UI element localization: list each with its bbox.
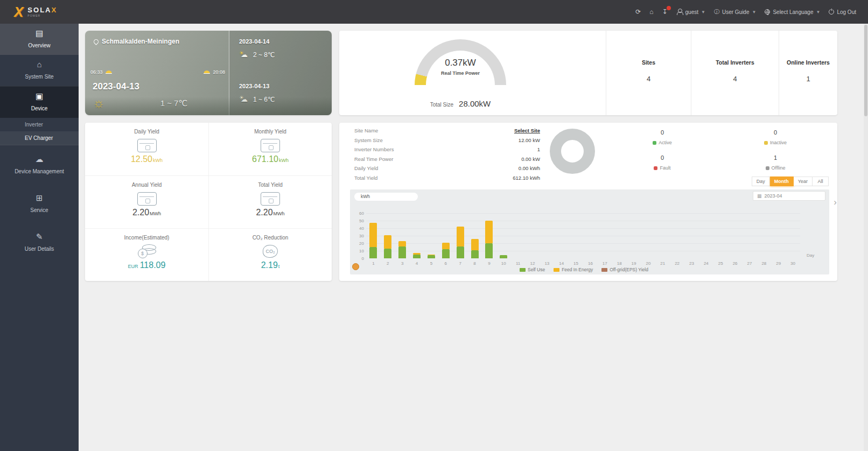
- sidebar-subitem-ev-charger[interactable]: EV Charger: [0, 131, 79, 145]
- bar-self-use: [384, 249, 391, 258]
- x-axis-tick: 29: [772, 261, 785, 266]
- gridline: [366, 236, 800, 236]
- forecast-day-1: 2023-04-14 ☀☁ 2 ~ 8℃: [239, 38, 325, 59]
- bar-self-use: [398, 246, 406, 258]
- sunset-icon: [204, 71, 210, 74]
- sidebar-item-label: System Site: [25, 74, 53, 80]
- tab-year[interactable]: Year: [794, 177, 813, 186]
- tab-day[interactable]: Day: [752, 177, 770, 186]
- x-axis-tick: 16: [584, 261, 597, 266]
- sun-times: 06:33 20:08: [90, 69, 225, 75]
- chart-unit-label: kWh: [354, 193, 418, 201]
- user-icon: [676, 9, 683, 15]
- x-axis-tick: 22: [671, 261, 684, 266]
- y-axis-tick: 40: [353, 226, 364, 231]
- chart-legend: Self UseFeed In EnergyOff-grid(EPS) Yiel…: [520, 267, 648, 272]
- site-info-value: 1: [537, 146, 540, 152]
- next-site-chevron[interactable]: ›: [834, 197, 837, 208]
- stat-total-inverters: Total Inverters4: [691, 31, 779, 115]
- bar-feed-in-energy: [442, 243, 450, 250]
- chevron-down-icon: ▼: [701, 10, 705, 15]
- yield-value: EUR118.09: [85, 260, 208, 270]
- site-info-row: Site NameSelect Site: [354, 128, 540, 137]
- realtime-power-card: 0.37kW Real Time Power Total Size28.00kW…: [339, 31, 837, 115]
- today-temp: 1 ~ 7℃: [144, 98, 204, 108]
- bar-feed-in-energy: [384, 235, 391, 249]
- status-count: 0: [630, 129, 695, 136]
- tab-month[interactable]: Month: [770, 177, 794, 186]
- sidebar-item-device[interactable]: ▣Device: [0, 86, 79, 118]
- user-guide-menu[interactable]: ⓘ User Guide ▼: [714, 8, 757, 16]
- sidebar-item-overview[interactable]: ▤Overview: [0, 24, 79, 55]
- select-site-link[interactable]: Select Site: [514, 128, 540, 133]
- sidebar-item-system-site[interactable]: ⌂System Site: [0, 55, 79, 86]
- x-axis-tick: 7: [454, 261, 467, 266]
- legend-feed-in-energy[interactable]: Feed In Energy: [554, 267, 593, 272]
- gridline: [366, 213, 800, 214]
- refresh-icon[interactable]: ⟳: [635, 8, 641, 16]
- x-axis-tick: 21: [656, 261, 669, 266]
- realtime-power-value: 0.37kW: [415, 58, 506, 68]
- x-axis-tick: 1: [367, 261, 380, 266]
- stat-value: 4: [606, 75, 691, 83]
- site-info-value: 0.00 kW: [521, 156, 540, 162]
- sidebar-item-device-management[interactable]: ☁Device Management: [0, 150, 79, 181]
- yield-chart-panel: kWh ▦2023-04 Self UseFeed In EnergyOff-g…: [350, 189, 829, 274]
- power-icon: [829, 9, 834, 15]
- system-site-icon: ⌂: [2, 60, 76, 69]
- status-fault: 0Fault: [630, 154, 695, 171]
- sidebar-item-service[interactable]: ⊞Service: [0, 188, 79, 220]
- yield-value: 2.20MWh: [85, 208, 208, 217]
- language-menu[interactable]: Select Language ▼: [765, 9, 820, 15]
- x-axis-tick: 2: [381, 261, 394, 266]
- x-axis-tick: 9: [482, 261, 495, 266]
- legend-off-grid-eps-yield[interactable]: Off-grid(EPS) Yield: [601, 267, 648, 272]
- status-offline: 1Offline: [743, 154, 808, 171]
- notification-badge: [667, 6, 671, 10]
- download-icon[interactable]: ↧: [662, 8, 667, 16]
- yield-label: Monthly Yield: [209, 129, 332, 135]
- sidebar-item-user-details[interactable]: ✎User Details: [0, 227, 79, 258]
- sidebar-submenu: InverterEV Charger: [0, 118, 79, 145]
- sunrise-icon: [106, 71, 112, 74]
- sidebar-item-label: Overview: [28, 43, 51, 48]
- site-info-row: Total Yield612.10 kWh: [354, 175, 540, 184]
- partly-cloudy-icon: ☀☁: [239, 51, 249, 59]
- forecast-temp: 2 ~ 8℃: [253, 51, 275, 59]
- yield-label: Daily Yield: [85, 129, 208, 135]
- status-label: Active: [630, 140, 695, 145]
- y-axis-tick: 10: [353, 249, 364, 253]
- yield-label: CO₂ Reduction: [209, 235, 332, 241]
- gridline: [366, 228, 800, 229]
- brand-logo[interactable]: X SOLAX POWER: [14, 4, 57, 20]
- bar-self-use: [413, 255, 421, 258]
- bar-feed-in-energy: [471, 239, 479, 250]
- date-picker[interactable]: ▦2023-04: [753, 191, 825, 201]
- x-axis-tick: 27: [743, 261, 756, 266]
- site-info-label: Daily Yield: [354, 165, 378, 171]
- weather-sun-icon: ☼: [93, 95, 105, 111]
- bar-feed-in-energy: [457, 227, 464, 246]
- yield-summary-card: Daily Yield12.50kWhMonthly Yield671.10kW…: [85, 123, 332, 281]
- site-info-label: Total Yield: [354, 175, 377, 181]
- stat-label: Total Inverters: [691, 59, 779, 66]
- status-active: 0Active: [630, 129, 695, 145]
- status-count: 0: [630, 154, 695, 161]
- logout-button[interactable]: Log Out: [829, 9, 856, 15]
- brand-name: SOLAX: [27, 6, 57, 13]
- user-menu[interactable]: guest ▼: [676, 9, 705, 15]
- x-axis-tick: 3: [396, 261, 409, 266]
- sidebar-nav: ▤Overview⌂System Site▣DeviceInverterEV C…: [0, 24, 79, 451]
- site-info-row: Real Time Power0.00 kW: [354, 156, 540, 165]
- tab-all[interactable]: All: [813, 177, 829, 186]
- bar-self-use: [500, 255, 507, 258]
- realtime-power-label: Real Time Power: [415, 71, 506, 76]
- scrollbar-thumb[interactable]: [864, 25, 867, 116]
- yield-value: 2.20MWh: [209, 208, 332, 217]
- x-axis-tick: 24: [699, 261, 712, 266]
- sidebar-subitem-inverter[interactable]: Inverter: [0, 118, 79, 131]
- helper-float-button[interactable]: [352, 263, 359, 270]
- home-icon[interactable]: ⌂: [649, 8, 653, 16]
- legend-self-use[interactable]: Self Use: [520, 267, 545, 272]
- y-axis-tick: 60: [353, 211, 364, 216]
